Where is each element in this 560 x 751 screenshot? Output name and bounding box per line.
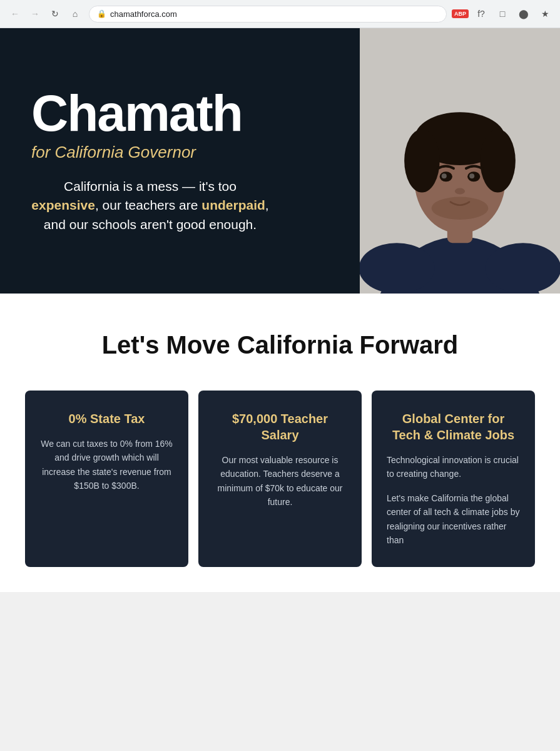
section-title: Let's Move California Forward — [25, 331, 535, 359]
teacher-card: $70,000 Teacher Salary Our most valuable… — [198, 391, 362, 567]
address-bar[interactable]: 🔒 chamathforca.com — [89, 6, 447, 23]
hero-description: California is a mess — it's too expensiv… — [31, 177, 269, 234]
svg-point-13 — [360, 243, 435, 294]
hero-title: Chamath — [31, 88, 335, 139]
lock-icon: 🔒 — [97, 9, 106, 18]
tech-card: Global Center for Tech & Climate Jobs Te… — [372, 391, 535, 567]
extension-button[interactable]: □ — [494, 5, 511, 23]
hero-subtitle: for California Governor — [31, 143, 335, 162]
description-expensive: expensive — [31, 198, 95, 212]
browser-chrome: ← → ↻ ⌂ 🔒 chamathforca.com ABP f? □ ⬤ ★ — [0, 0, 560, 28]
svg-point-5 — [404, 130, 440, 193]
page-content: Chamath for California Governor Californ… — [0, 28, 560, 592]
tax-card-title: 0% State Tax — [40, 411, 173, 427]
hero-image-side — [360, 28, 560, 294]
abp-badge[interactable]: ABP — [452, 9, 469, 18]
font-size-button[interactable]: f? — [472, 5, 490, 23]
home-button[interactable]: ⌂ — [66, 5, 84, 23]
back-button[interactable]: ← — [6, 5, 24, 23]
translate-button[interactable]: ⬤ — [515, 5, 532, 23]
hero-text-side: Chamath for California Governor Californ… — [0, 28, 360, 294]
url-text: chamathforca.com — [110, 9, 439, 19]
cards-row: 0% State Tax We can cut taxes to 0% from… — [25, 391, 535, 567]
teacher-card-body: Our most valuable resource is education.… — [213, 453, 347, 509]
bookmark-button[interactable]: ★ — [536, 5, 554, 23]
svg-point-10 — [469, 173, 474, 178]
tech-card-body1: Technological innovation is crucial to c… — [387, 453, 520, 481]
tax-card-body: We can cut taxes to 0% from 16% and driv… — [40, 437, 173, 493]
candidate-photo — [360, 28, 560, 294]
svg-point-6 — [480, 130, 516, 193]
hero-section: Chamath for California Governor Californ… — [0, 28, 560, 294]
svg-point-11 — [455, 188, 465, 194]
description-plain: California is a mess — it's too — [64, 179, 237, 193]
teacher-card-title: $70,000 Teacher Salary — [213, 411, 347, 443]
forward-button[interactable]: → — [26, 5, 44, 23]
svg-point-9 — [442, 173, 447, 178]
description-underpaid: underpaid — [201, 198, 265, 212]
tech-card-title: Global Center for Tech & Climate Jobs — [387, 411, 520, 443]
main-section: Let's Move California Forward 0% State T… — [0, 294, 560, 592]
tech-card-body2: Let's make California the global center … — [387, 491, 520, 548]
description-mid: , our teachers are — [95, 198, 201, 212]
refresh-button[interactable]: ↻ — [46, 5, 64, 23]
nav-buttons: ← → ↻ ⌂ — [6, 5, 84, 23]
svg-point-14 — [485, 243, 560, 294]
browser-actions: ABP f? □ ⬤ ★ — [452, 5, 554, 23]
tax-card: 0% State Tax We can cut taxes to 0% from… — [25, 391, 188, 567]
svg-point-12 — [432, 197, 489, 220]
browser-toolbar: ← → ↻ ⌂ 🔒 chamathforca.com ABP f? □ ⬤ ★ — [0, 0, 560, 28]
